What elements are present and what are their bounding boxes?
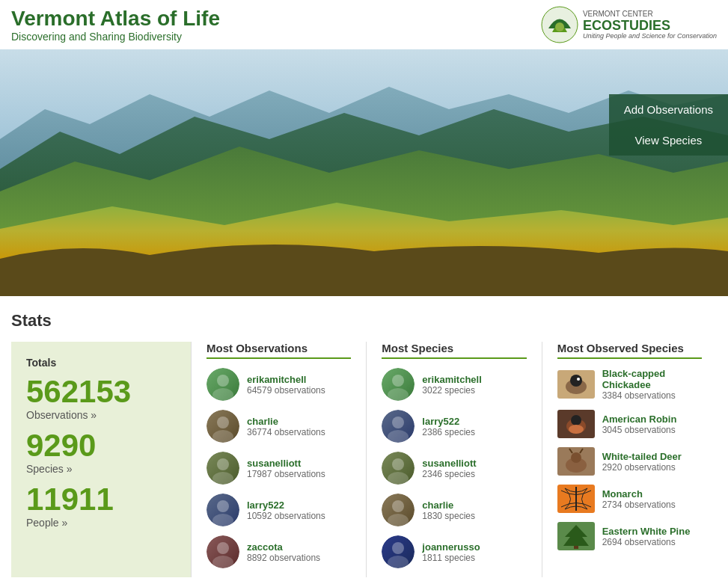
svg-point-28 — [392, 500, 404, 512]
avatar — [207, 535, 239, 568]
list-item[interactable]: zaccota 8892 observations — [207, 535, 351, 568]
vce-logo-icon — [541, 6, 578, 43]
user-info: larry522 10592 observations — [247, 500, 325, 521]
user-info: erikamitchell 64579 observations — [247, 374, 325, 396]
most-observations-col: Most Observations erikamitchell 64579 ob… — [191, 342, 366, 577]
species-label[interactable]: Species » — [26, 463, 176, 475]
vce-logo-text: VERMONT CENTER ECOSTUDIES Uniting People… — [583, 9, 717, 41]
species-number: 9290 — [26, 430, 176, 461]
vce-sub: Uniting People and Science for Conservat… — [583, 32, 717, 41]
site-subtitle: Discovering and Sharing Biodiversity — [11, 31, 220, 43]
species-name[interactable]: White-tailed Deer — [602, 451, 682, 462]
user-count: 10592 observations — [247, 511, 325, 521]
list-item[interactable]: larry522 10592 observations — [207, 494, 351, 526]
user-count: 2346 species — [422, 469, 476, 479]
svg-point-25 — [392, 458, 404, 470]
vce-logo: VERMONT CENTER ECOSTUDIES Uniting People… — [541, 6, 717, 43]
totals-box: Totals 562153 Observations » 9290 Specie… — [11, 342, 191, 577]
user-info: zaccota 8892 observations — [247, 541, 320, 563]
list-item[interactable]: Monarch 2734 observations — [557, 485, 702, 513]
species-info: Black-capped Chickadee 3384 observations — [602, 368, 702, 401]
user-name[interactable]: larry522 — [247, 500, 325, 511]
list-item[interactable]: erikamitchell 3022 species — [382, 368, 526, 401]
svg-point-19 — [392, 375, 404, 387]
svg-point-1 — [555, 22, 564, 31]
hero-banner: Add Observations View Species — [0, 49, 728, 296]
observations-label[interactable]: Observations » — [26, 409, 176, 421]
list-item[interactable]: erikamitchell 64579 observations — [207, 368, 351, 401]
user-count: 1811 species — [422, 553, 480, 563]
svg-point-4 — [217, 375, 229, 387]
stats-section: Stats Totals 562153 Observations » 9290 … — [0, 296, 728, 587]
species-name[interactable]: Black-capped Chickadee — [602, 368, 702, 390]
svg-point-16 — [217, 542, 229, 554]
totals-label: Totals — [26, 357, 176, 369]
svg-point-43 — [571, 452, 581, 463]
user-name[interactable]: charlie — [422, 500, 475, 511]
species-info: American Robin 3045 observations — [602, 414, 677, 435]
user-name[interactable]: zaccota — [247, 541, 320, 553]
svg-point-7 — [217, 417, 229, 428]
svg-rect-50 — [574, 546, 578, 549]
avatar — [382, 452, 415, 485]
species-count: 2694 observations — [602, 537, 691, 547]
list-item[interactable]: joannerusso 1811 species — [382, 535, 526, 568]
user-name[interactable]: charlie — [247, 416, 325, 427]
view-species-button[interactable]: View Species — [609, 125, 728, 156]
list-item[interactable]: White-tailed Deer 2920 observations — [557, 447, 702, 476]
most-observations-list: erikamitchell 64579 observations charlie… — [207, 368, 351, 568]
user-info: susanelliott 17987 observations — [247, 458, 325, 479]
user-name[interactable]: susanelliott — [247, 458, 325, 469]
user-count: 64579 observations — [247, 385, 325, 396]
svg-point-10 — [217, 458, 229, 470]
avatar — [207, 410, 239, 443]
avatar — [207, 452, 239, 485]
avatar — [382, 410, 415, 443]
observations-link[interactable]: Observations » — [26, 409, 97, 421]
list-item[interactable]: charlie 36774 observations — [207, 410, 351, 443]
list-item[interactable]: susanelliott 2346 species — [382, 452, 526, 485]
user-count: 1830 species — [422, 511, 475, 521]
avatar — [207, 368, 239, 401]
list-item[interactable]: susanelliott 17987 observations — [207, 452, 351, 485]
species-count: 3384 observations — [602, 390, 702, 401]
stats-grid: Totals 562153 Observations » 9290 Specie… — [11, 342, 717, 577]
people-link[interactable]: People » — [26, 517, 67, 529]
species-thumbnail — [557, 410, 595, 438]
user-info: susanelliott 2346 species — [422, 458, 476, 479]
species-name[interactable]: American Robin — [602, 414, 677, 425]
species-name[interactable]: Eastern White Pine — [602, 526, 691, 537]
species-thumbnail — [557, 370, 595, 399]
user-name[interactable]: larry522 — [422, 416, 475, 427]
list-item[interactable]: American Robin 3045 observations — [557, 410, 702, 438]
species-info: Eastern White Pine 2694 observations — [602, 526, 691, 547]
list-item[interactable]: charlie 1830 species — [382, 494, 526, 526]
list-item[interactable]: Black-capped Chickadee 3384 observations — [557, 368, 702, 401]
species-thumbnail — [557, 485, 595, 513]
hero-buttons: Add Observations View Species — [609, 94, 728, 156]
user-name[interactable]: erikamitchell — [247, 374, 325, 385]
user-count: 36774 observations — [247, 427, 325, 437]
svg-point-40 — [569, 425, 584, 434]
user-name[interactable]: susanelliott — [422, 458, 476, 469]
user-name[interactable]: joannerusso — [422, 541, 480, 553]
people-label[interactable]: People » — [26, 517, 176, 529]
add-observations-button[interactable]: Add Observations — [609, 94, 728, 125]
user-info: charlie 36774 observations — [247, 416, 325, 437]
list-item[interactable]: larry522 2386 species — [382, 410, 526, 443]
species-info: White-tailed Deer 2920 observations — [602, 451, 682, 473]
most-observations-title: Most Observations — [207, 342, 351, 359]
species-name[interactable]: Monarch — [602, 488, 676, 500]
stats-title: Stats — [11, 311, 717, 331]
user-name[interactable]: erikamitchell — [422, 374, 482, 385]
hero-mountains-svg — [0, 49, 728, 296]
list-item[interactable]: Eastern White Pine 2694 observations — [557, 522, 702, 550]
species-count: 2920 observations — [602, 462, 682, 473]
header-left: Vermont Atlas of Life Discovering and Sh… — [11, 7, 220, 43]
user-info: larry522 2386 species — [422, 416, 475, 437]
svg-point-39 — [571, 415, 581, 425]
people-number: 11911 — [26, 484, 176, 515]
site-title: Vermont Atlas of Life — [11, 7, 220, 31]
user-count: 8892 observations — [247, 553, 320, 563]
species-link[interactable]: Species » — [26, 463, 72, 475]
